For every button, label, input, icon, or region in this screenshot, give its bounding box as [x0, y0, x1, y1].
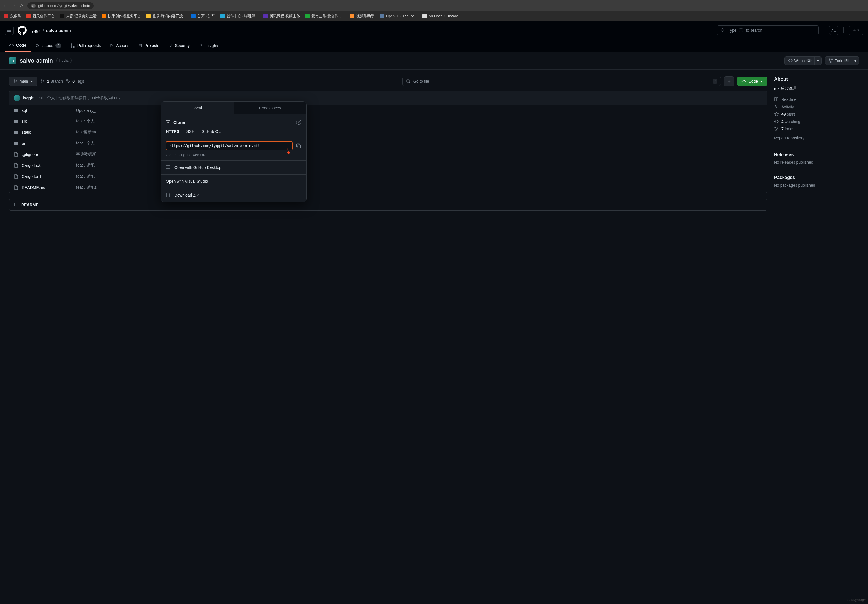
report-link[interactable]: Report repository [774, 134, 859, 142]
branches-link[interactable]: 1 Branch [41, 79, 63, 84]
site-info-icon[interactable]: ≡◦ [31, 4, 36, 8]
file-name[interactable]: README.md [22, 185, 73, 190]
about-heading: About [774, 76, 859, 82]
copy-icon[interactable] [296, 143, 301, 149]
stars-link[interactable]: 49 stars [774, 110, 859, 118]
bookmark-item[interactable]: 爱奇艺号-爱创作，... [304, 13, 347, 20]
bookmark-item[interactable]: 创作中心 - 哔哩哔... [219, 13, 260, 20]
bookmark-label: 视频号助手 [356, 14, 375, 19]
fork-button[interactable]: Fork 7 ▾ [825, 56, 859, 65]
file-name[interactable]: static [22, 130, 73, 135]
file-name[interactable]: src [22, 119, 73, 124]
tab-insights[interactable]: 〽Insights [194, 40, 224, 51]
file-icon [14, 174, 19, 179]
clone-tab-cli[interactable]: GitHub CLI [201, 129, 222, 137]
tag-icon [66, 79, 70, 83]
menu-button[interactable] [5, 26, 14, 35]
forward-icon[interactable]: → [11, 3, 16, 8]
add-file-button[interactable]: + [724, 76, 734, 86]
svg-point-17 [775, 127, 776, 128]
file-row[interactable]: uifeat：个人 [9, 138, 767, 149]
watching-link[interactable]: 2 watching [774, 118, 859, 125]
chevron-down-icon[interactable]: ▾ [814, 57, 821, 65]
file-name[interactable]: Cargo.lock [22, 163, 73, 168]
owner-link[interactable]: lyqgit [31, 28, 40, 33]
forks-link[interactable]: 7 forks [774, 125, 859, 133]
address-bar[interactable]: ≡◦ github.com/lyqgit/salvo-admin [28, 2, 94, 9]
file-row[interactable]: README.mdfeat：适配s [9, 182, 767, 193]
popup-tab-codespaces[interactable]: Codespaces [234, 102, 307, 115]
chevron-down-icon: ▼ [30, 80, 33, 83]
commit-message: feat：个人中心修改密码接口，put传参改为body [36, 95, 120, 101]
repo-title: salvo-admin [20, 57, 53, 64]
chevron-down-icon[interactable]: ▾ [852, 57, 859, 65]
file-row[interactable]: .gitignore字典数据新 [9, 149, 767, 160]
bookmark-item[interactable]: 快手创作者服务平台 [100, 13, 143, 20]
file-row[interactable]: Cargo.lockfeat：适配 [9, 160, 767, 171]
fork-icon [829, 58, 833, 63]
issues-icon: ⊙ [36, 43, 39, 48]
download-zip[interactable]: Download ZIP [161, 188, 306, 202]
clone-url-input[interactable]: https://github.com/lyqgit/salvo-admin.gi… [166, 141, 293, 151]
branch-picker[interactable]: main ▼ [9, 77, 37, 86]
pulse-icon [774, 104, 778, 109]
file-row[interactable]: sqlUpdate ry_ [9, 106, 767, 116]
releases-empty: No releases published [774, 160, 859, 165]
file-row[interactable]: staticfeat:更新sa [9, 127, 767, 138]
bookmark-label: 腾讯微视·视频上传 [270, 14, 300, 19]
file-name[interactable]: .gitignore [22, 152, 73, 157]
bookmark-item[interactable]: 腾讯微视·视频上传 [262, 13, 302, 20]
file-name[interactable]: sql [22, 108, 73, 113]
favicon [350, 14, 355, 19]
command-palette-button[interactable] [829, 26, 838, 35]
clone-tab-ssh[interactable]: SSH [186, 129, 195, 137]
activity-link[interactable]: Activity [774, 103, 859, 110]
bookmark-item[interactable]: 西瓜创作平台 [25, 13, 56, 20]
clone-tab-https[interactable]: HTTPS [166, 129, 180, 137]
bookmark-item[interactable]: 登录-腾讯内容开放... [144, 13, 188, 20]
code-button[interactable]: <> Code ▼ [737, 77, 767, 86]
tab-code[interactable]: <>Code [5, 40, 31, 51]
repo-link[interactable]: salvo-admin [46, 28, 71, 33]
svg-point-7 [830, 62, 831, 63]
favicon [102, 14, 106, 19]
svg-point-3 [73, 47, 74, 48]
tab-actions[interactable]: ⊵Actions [105, 40, 134, 51]
create-button[interactable]: +▼ [849, 26, 863, 35]
open-visual-studio[interactable]: Open with Visual Studio [161, 174, 306, 188]
github-logo[interactable] [17, 26, 26, 35]
readme-link[interactable]: Readme [774, 96, 859, 103]
back-icon[interactable]: ← [3, 3, 7, 8]
bookmark-label: 抖音-记录美好生活 [66, 14, 96, 19]
play-icon: ⊵ [110, 43, 114, 48]
tags-link[interactable]: 0 Tags [66, 79, 84, 84]
desktop-icon [166, 165, 170, 170]
tab-issues[interactable]: ⊙Issues4 [31, 40, 66, 51]
file-name[interactable]: Cargo.toml [22, 174, 73, 179]
go-to-file-input[interactable]: Go to file t [402, 77, 721, 86]
file-row[interactable]: srcfeat：个人 [9, 116, 767, 127]
bookmark-item[interactable]: 首页 - 知乎 [189, 13, 217, 20]
file-row[interactable]: Cargo.tomlfeat：适配 [9, 171, 767, 182]
bookmark-item[interactable]: An OpenGL library [421, 13, 459, 20]
bookmark-label: 首页 - 知乎 [197, 14, 215, 19]
help-icon[interactable]: ? [296, 120, 301, 125]
search-input[interactable]: Type / to search [717, 25, 819, 35]
latest-commit[interactable]: lyqgit feat：个人中心修改密码接口，put传参改为body [9, 91, 767, 106]
tab-pulls[interactable]: Pull requests [66, 40, 105, 51]
popup-tab-local[interactable]: Local [161, 102, 234, 115]
svg-point-8 [14, 79, 15, 81]
file-name[interactable]: ui [22, 141, 73, 146]
bookmark-item[interactable]: 抖音-记录美好生活 [58, 13, 98, 20]
folder-icon [14, 108, 19, 113]
bookmark-item[interactable]: 视频号助手 [348, 13, 376, 20]
bookmark-item[interactable]: OpenGL - The Ind... [378, 13, 419, 20]
tab-security[interactable]: ⛉Security [164, 40, 194, 51]
watch-button[interactable]: Watch 2 ▾ [784, 56, 822, 65]
bookmark-item[interactable]: 头条号 [2, 13, 23, 20]
readme-section[interactable]: README [9, 199, 767, 211]
open-github-desktop[interactable]: Open with GitHub Desktop [161, 160, 306, 174]
graph-icon: 〽 [199, 43, 203, 48]
tab-projects[interactable]: ⊞Projects [134, 40, 164, 51]
reload-icon[interactable]: ⟳ [20, 3, 23, 8]
